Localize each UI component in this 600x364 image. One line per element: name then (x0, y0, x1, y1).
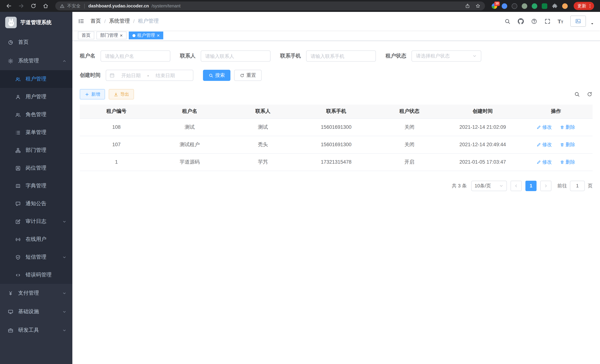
next-page-button[interactable] (540, 180, 551, 191)
sidebar-item-dept[interactable]: 部门管理 (0, 141, 72, 159)
extensions-menu-button[interactable] (552, 3, 558, 9)
address-bar[interactable]: 不安全 dashboard.yudao.iocoder.cn /system/t… (55, 1, 485, 10)
date-start-input[interactable] (117, 73, 145, 78)
cell-phone: 15601691300 (300, 118, 373, 136)
browser-reload-icon[interactable] (30, 3, 36, 9)
goto-page-input[interactable] (570, 180, 585, 191)
breadcrumb-home[interactable]: 首页 (91, 18, 101, 25)
sidebar-item-auditlog[interactable]: 审计日志 (0, 213, 72, 230)
status-select[interactable]: 请选择租户状态 (412, 50, 481, 62)
browser-profile-button[interactable] (562, 3, 568, 9)
col-status: 租户状态 (373, 105, 446, 118)
sidebar-collapse-icon[interactable] (78, 18, 84, 25)
page-content: 租户名 联系人 联系手机 租户状态 请选择租户状态 (72, 41, 600, 364)
sidebar-item-system[interactable]: 系统管理 (0, 52, 72, 70)
extension-icon-6[interactable] (542, 3, 547, 9)
app-logo[interactable]: 芋道管理系统 (0, 12, 72, 33)
edit-row-button[interactable]: 修改 (537, 141, 552, 148)
sidebar-item-role[interactable]: 角色管理 (0, 106, 72, 123)
sidebar-item-home[interactable]: 首页 (0, 33, 72, 52)
reset-button[interactable]: 重置 (234, 70, 262, 81)
chrome-update-button[interactable]: 更新 (574, 2, 594, 10)
pagination: 共 3 条 10条/页 1 前往 页 (80, 180, 593, 191)
sidebar-item-payment[interactable]: 支付管理 (0, 284, 72, 302)
sidebar-item-dict[interactable]: 字典管理 (0, 177, 72, 195)
browser-menu-dots-icon[interactable] (587, 3, 593, 9)
user-avatar[interactable] (570, 16, 586, 27)
breadcrumb-system[interactable]: 系统管理 (109, 18, 130, 25)
browser-back-icon[interactable] (6, 3, 12, 9)
fullscreen-icon[interactable] (544, 18, 551, 24)
font-size-icon[interactable]: TT (558, 18, 563, 24)
pagination-jumper: 前往 页 (557, 180, 593, 191)
help-icon[interactable] (531, 18, 537, 24)
extension-icon-5[interactable] (532, 3, 537, 9)
page-number-button[interactable]: 1 (525, 180, 536, 191)
browser-forward-icon[interactable] (18, 3, 24, 9)
app-title: 芋道管理系统 (20, 19, 52, 26)
sidebar-item-online[interactable]: 在线用户 (0, 230, 72, 248)
browser-home-icon[interactable] (43, 3, 49, 9)
date-end-input[interactable] (151, 73, 179, 78)
refresh-icon (240, 73, 244, 78)
sidebar-item-label: 租户管理 (26, 76, 46, 82)
avatar-caret-down-icon[interactable] (590, 21, 594, 26)
tenant-name-input[interactable] (101, 50, 170, 62)
delete-row-button[interactable]: 删除 (560, 159, 575, 165)
cell-contact: 芋艿 (226, 153, 300, 171)
sidebar-item-label: 部门管理 (26, 147, 46, 154)
page-size-value: 10条/页 (475, 182, 491, 189)
phone-input[interactable] (306, 50, 376, 62)
cell-status: 开启 (373, 153, 446, 171)
sidebar-item-sms[interactable]: 短信管理 (0, 248, 72, 266)
logo-image (5, 17, 17, 28)
toggle-search-icon[interactable] (574, 91, 580, 97)
security-warning-icon[interactable] (60, 3, 65, 8)
cell-created: 2021-01-05 17:03:47 (446, 153, 519, 171)
sidebar-item-menu[interactable]: 菜单管理 (0, 123, 72, 141)
edit-row-button[interactable]: 修改 (537, 124, 552, 131)
page-size-select[interactable]: 10条/页 (471, 180, 507, 191)
search-icon[interactable] (504, 18, 510, 24)
export-button[interactable]: 导出 (109, 89, 134, 99)
tab-dept[interactable]: 部门管理 × (96, 32, 126, 39)
sidebar-item-infra[interactable]: 基础设施 (0, 302, 72, 321)
extension-icon-4[interactable] (522, 3, 527, 9)
contact-input[interactable] (201, 50, 271, 62)
breadcrumb-current: 租户管理 (138, 18, 159, 25)
extension-icon-1[interactable]: 10 (492, 3, 497, 9)
tab-close-icon[interactable]: × (157, 33, 159, 38)
search-button[interactable]: 搜索 (203, 70, 230, 81)
tab-tenant[interactable]: 租户管理 × (129, 32, 163, 39)
sidebar-item-label: 岗位管理 (26, 165, 46, 171)
tab-home[interactable]: 首页 (78, 32, 94, 39)
github-icon[interactable] (517, 18, 524, 24)
extension-icon-2[interactable] (502, 3, 507, 9)
sidebar-item-label: 菜单管理 (26, 129, 46, 136)
sidebar-item-errorcode[interactable]: 错误码管理 (0, 266, 72, 284)
tab-close-icon[interactable]: × (120, 33, 123, 38)
col-tenant-name: 租户名 (153, 105, 226, 118)
sidebar-item-tenant[interactable]: 租户管理 (0, 70, 72, 88)
tenant-table: 租户编号 租户名 联系人 联系手机 租户状态 创建时间 操作 108 测试 (80, 105, 593, 171)
filter-create-time: 创建时间 - (80, 70, 193, 81)
sidebar-item-post[interactable]: 岗位管理 (0, 159, 72, 177)
page-unit-label: 页 (588, 182, 593, 189)
bookmark-star-icon[interactable] (475, 3, 480, 9)
sidebar-item-user[interactable]: 用户管理 (0, 88, 72, 106)
edit-row-button[interactable]: 修改 (537, 159, 552, 165)
chevron-down-icon (62, 310, 66, 314)
navbar-actions: TT (504, 16, 594, 27)
delete-row-button[interactable]: 删除 (560, 124, 575, 131)
date-range-picker[interactable]: - (106, 70, 193, 81)
refresh-table-icon[interactable] (587, 91, 593, 97)
prev-page-button[interactable] (511, 180, 522, 191)
delete-row-button[interactable]: 删除 (560, 141, 575, 148)
tags-view-bar: 首页 部门管理 × 租户管理 × (72, 30, 600, 41)
add-button[interactable]: 新增 (80, 89, 105, 99)
add-button-label: 新增 (91, 91, 100, 97)
sidebar-item-notice[interactable]: 通知公告 (0, 195, 72, 213)
sidebar-item-devtools[interactable]: 研发工具 (0, 321, 72, 339)
extension-icon-3[interactable] (512, 3, 517, 9)
share-icon[interactable] (465, 3, 470, 9)
